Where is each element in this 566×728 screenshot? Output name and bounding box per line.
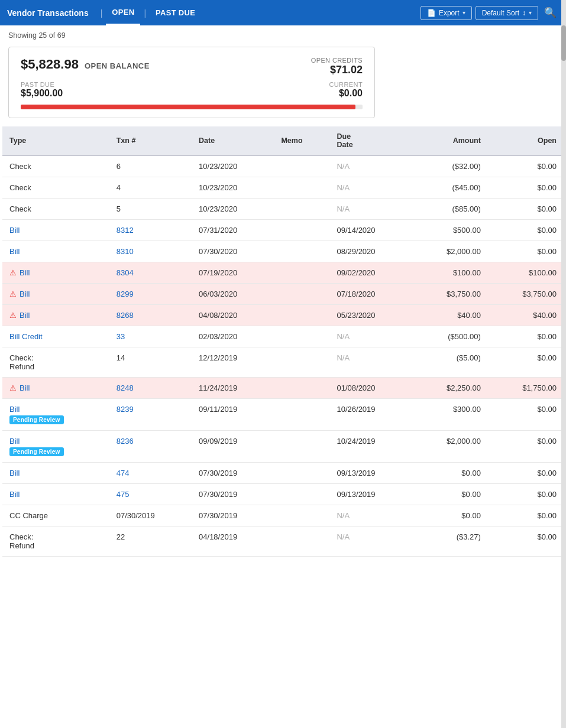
cell-txn[interactable]: 474 — [109, 463, 192, 484]
open-credits-label: OPEN CREDITS — [311, 57, 363, 64]
type-text[interactable]: Bill — [9, 405, 20, 414]
cell-open: $0.00 — [488, 220, 564, 241]
cell-amount: $500.00 — [412, 220, 488, 241]
balance-progress-fill — [21, 105, 355, 109]
cell-due-date: N/A — [329, 326, 412, 347]
type-text[interactable]: Bill — [9, 469, 20, 477]
col-memo: Memo — [274, 126, 329, 155]
table-row: BillPending Review823909/11/201910/26/20… — [2, 399, 564, 431]
cell-amount: $3,750.00 — [412, 284, 488, 305]
type-text[interactable]: Bill — [9, 490, 20, 499]
table-row: Bill Credit3302/03/2020N/A($500.00)$0.00 — [2, 326, 564, 347]
type-text[interactable]: Bill Credit — [9, 332, 43, 341]
cell-memo — [274, 431, 329, 463]
cell-txn[interactable]: 8312 — [109, 220, 192, 241]
search-button[interactable]: 🔍 — [542, 6, 559, 19]
sort-dropdown-icon: ▾ — [529, 9, 532, 16]
cell-type: Bill — [2, 463, 109, 484]
cell-txn[interactable]: 8268 — [109, 305, 192, 326]
type-text[interactable]: Bill — [9, 226, 20, 235]
transactions-table: Type Txn # Date Memo DueDate Amount Open… — [2, 126, 564, 557]
type-text[interactable]: Bill — [9, 247, 20, 256]
cell-open: $0.00 — [488, 399, 564, 431]
scrollbar-thumb[interactable] — [561, 25, 566, 61]
cell-date: 04/18/2019 — [192, 526, 274, 557]
cell-amount: ($5.00) — [412, 347, 488, 378]
cell-memo — [274, 262, 329, 284]
cell-date: 02/03/2020 — [192, 326, 274, 347]
table-row: Check:Refund1412/12/2019N/A($5.00)$0.00 — [2, 347, 564, 378]
cell-due-date: 05/23/2020 — [329, 305, 412, 326]
cell-open: $100.00 — [488, 262, 564, 284]
cell-open: $0.00 — [488, 505, 564, 526]
type-text[interactable]: Bill — [20, 311, 30, 320]
cell-txn: 5 — [109, 199, 192, 220]
nav-separator-2: | — [144, 8, 146, 18]
cell-due-date: 09/14/2020 — [329, 220, 412, 241]
showing-text: Showing 25 of 69 — [8, 31, 66, 40]
cell-memo — [274, 220, 329, 241]
cell-open: $0.00 — [488, 431, 564, 463]
cell-txn[interactable]: 8239 — [109, 399, 192, 431]
type-text[interactable]: Bill — [9, 437, 20, 446]
cell-txn: 22 — [109, 526, 192, 557]
cell-txn[interactable]: 8299 — [109, 284, 192, 305]
type-text: Check — [9, 183, 31, 192]
cell-type: Bill — [2, 484, 109, 505]
cell-txn: 14 — [109, 347, 192, 378]
open-credits-amount: $71.02 — [311, 64, 363, 76]
cell-txn[interactable]: 8236 — [109, 431, 192, 463]
cell-due-date: 07/18/2020 — [329, 284, 412, 305]
cell-memo — [274, 199, 329, 220]
cell-memo — [274, 484, 329, 505]
table-row: Bill47407/30/201909/13/2019$0.00$0.00 — [2, 463, 564, 484]
cell-open: $0.00 — [488, 326, 564, 347]
cell-open: $0.00 — [488, 177, 564, 199]
sort-label: Default Sort — [482, 9, 519, 17]
scrollbar[interactable] — [561, 0, 566, 557]
col-type: Type — [2, 126, 109, 155]
app-title: Vendor Transactions — [7, 8, 97, 18]
type-text: Check:Refund — [9, 532, 34, 550]
cell-txn[interactable]: 8248 — [109, 378, 192, 399]
open-credits-section: OPEN CREDITS $71.02 — [311, 57, 363, 76]
past-due-amount: $5,900.00 — [21, 88, 63, 99]
cell-memo — [274, 241, 329, 262]
cell-txn[interactable]: 8304 — [109, 262, 192, 284]
cell-due-date: 08/29/2020 — [329, 241, 412, 262]
warning-icon: ⚠ — [9, 268, 17, 277]
cell-due-date: 09/13/2019 — [329, 484, 412, 505]
cell-amount: ($3.27) — [412, 526, 488, 557]
cell-amount: $300.00 — [412, 399, 488, 431]
table-row: ⚠Bill829906/03/202007/18/2020$3,750.00$3… — [2, 284, 564, 305]
type-text[interactable]: Bill — [20, 268, 30, 277]
tab-open[interactable]: OPEN — [106, 0, 140, 25]
record-count: Showing 25 of 69 — [0, 25, 566, 43]
cell-txn[interactable]: 8310 — [109, 241, 192, 262]
cell-type: BillPending Review — [2, 431, 109, 463]
cell-date: 07/30/2019 — [192, 484, 274, 505]
pending-review-badge: Pending Review — [9, 415, 64, 424]
balance-top-row: $5,828.98 OPEN BALANCE OPEN CREDITS $71.… — [21, 57, 363, 76]
cell-open: $0.00 — [488, 484, 564, 505]
cell-due-date: N/A — [329, 155, 412, 177]
sort-button[interactable]: Default Sort ↕ ▾ — [476, 6, 538, 20]
cell-type: ⚠Bill — [2, 305, 109, 326]
cell-amount: ($85.00) — [412, 199, 488, 220]
balance-bottom-row: PAST DUE $5,900.00 CURRENT $0.00 — [21, 81, 363, 99]
cell-txn[interactable]: 33 — [109, 326, 192, 347]
transactions-table-wrapper: Type Txn # Date Memo DueDate Amount Open… — [0, 126, 566, 557]
col-open: Open — [488, 126, 564, 155]
cell-due-date: N/A — [329, 526, 412, 557]
export-button[interactable]: 📄 Export ▾ — [421, 6, 472, 20]
type-text[interactable]: Bill — [20, 290, 30, 298]
cell-memo — [274, 155, 329, 177]
cell-amount: $0.00 — [412, 484, 488, 505]
cell-open: $0.00 — [488, 463, 564, 484]
cell-txn[interactable]: 475 — [109, 484, 192, 505]
cell-memo — [274, 177, 329, 199]
cell-memo — [274, 305, 329, 326]
type-text[interactable]: Bill — [20, 384, 30, 392]
nav-separator: | — [101, 8, 103, 18]
tab-past-due[interactable]: PAST DUE — [150, 0, 201, 25]
